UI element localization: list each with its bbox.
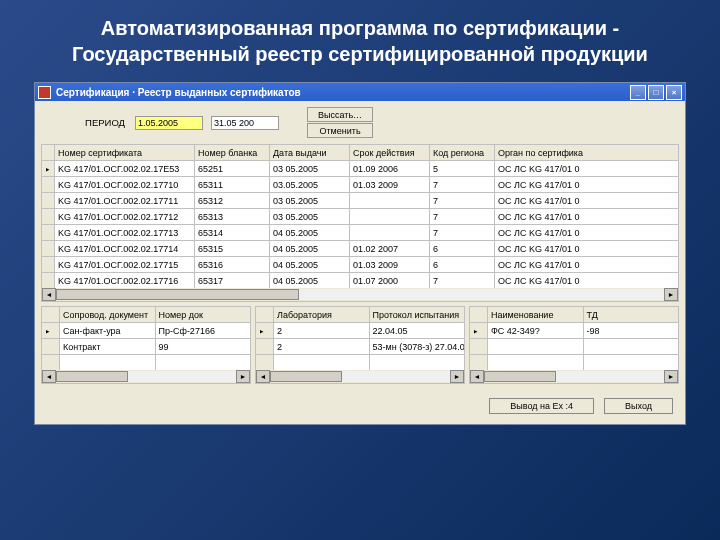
table-row[interactable]: KG 417/01.ОСГ.002.02.177166531704 05.200… (42, 273, 679, 289)
period-label: ПЕРИОД (45, 117, 125, 128)
col-srok: Срок действия (350, 145, 430, 161)
mid-subgrid[interactable]: ЛабораторияПротокол испытания ▸222.04.05… (255, 306, 465, 371)
col-org: Орган по сертифика (495, 145, 679, 161)
table-row: 253-мн (3078-з) 27.04.05 (256, 339, 465, 355)
close-button[interactable]: × (666, 85, 682, 100)
window-title: Сертификация · Реестр выданных сертифика… (56, 87, 301, 98)
exit-button[interactable]: Выход (604, 398, 673, 414)
table-row: Контракт99 (42, 339, 251, 355)
table-row[interactable]: KG 417/01.ОСГ.002.02.177136531404 05.200… (42, 225, 679, 241)
app-window: Сертификация · Реестр выданных сертифика… (34, 82, 686, 425)
col-blank: Номер бланка (195, 145, 270, 161)
table-row: ▸ФС 42-349?-98 (470, 323, 679, 339)
maximize-button[interactable]: □ (648, 85, 664, 100)
grid-header: Номер сертификата Номер бланка Дата выда… (42, 145, 679, 161)
table-row: ▸222.04.05 (256, 323, 465, 339)
left-subgrid[interactable]: Сопровод. документНомер док ▸Сан-факт-ур… (41, 306, 251, 371)
col-reg: Код региона (430, 145, 495, 161)
scroll-thumb[interactable] (56, 289, 299, 300)
h-scrollbar[interactable]: ◄ ► (41, 288, 679, 302)
slide-title: Автоматизированная программа по сертифик… (20, 15, 700, 67)
minimize-button[interactable]: _ (630, 85, 646, 100)
table-row[interactable]: KG 417/01.ОСГ.002.02.177116531203 05.200… (42, 193, 679, 209)
scroll-right-icon[interactable]: ► (664, 288, 678, 301)
table-row[interactable]: KG 417/01.ОСГ.002.02.177106531103.05.200… (42, 177, 679, 193)
table-row[interactable]: KG 417/01.ОСГ.002.02.177156531604 05.200… (42, 257, 679, 273)
date-from-input[interactable] (135, 116, 203, 130)
table-row[interactable]: ▸KG 417/01.ОСГ.002.02.17E536525103 05.20… (42, 161, 679, 177)
app-icon (38, 86, 51, 99)
table-row[interactable]: KG 417/01.ОСГ.002.02.177146531504 05.200… (42, 241, 679, 257)
main-grid[interactable]: Номер сертификата Номер бланка Дата выда… (41, 144, 679, 289)
show-button[interactable]: Выссать… (307, 107, 373, 122)
cancel-button[interactable]: Отменить (307, 123, 373, 138)
export-button[interactable]: Вывод на Еx :4 (489, 398, 594, 414)
titlebar[interactable]: Сертификация · Реестр выданных сертифика… (35, 83, 685, 101)
table-row: ▸Сан-факт-ураПр-Сф-27166 (42, 323, 251, 339)
scroll-left-icon[interactable]: ◄ (42, 288, 56, 301)
table-row[interactable]: KG 417/01.ОСГ.002.02.177126531303 05.200… (42, 209, 679, 225)
col-cert: Номер сертификата (55, 145, 195, 161)
right-subgrid[interactable]: НаименованиеТД ▸ФС 42-349?-98 (469, 306, 679, 371)
col-date: Дата выдачи (270, 145, 350, 161)
period-panel: ПЕРИОД Выссать… Отменить (35, 101, 685, 144)
date-to-input[interactable] (211, 116, 279, 130)
